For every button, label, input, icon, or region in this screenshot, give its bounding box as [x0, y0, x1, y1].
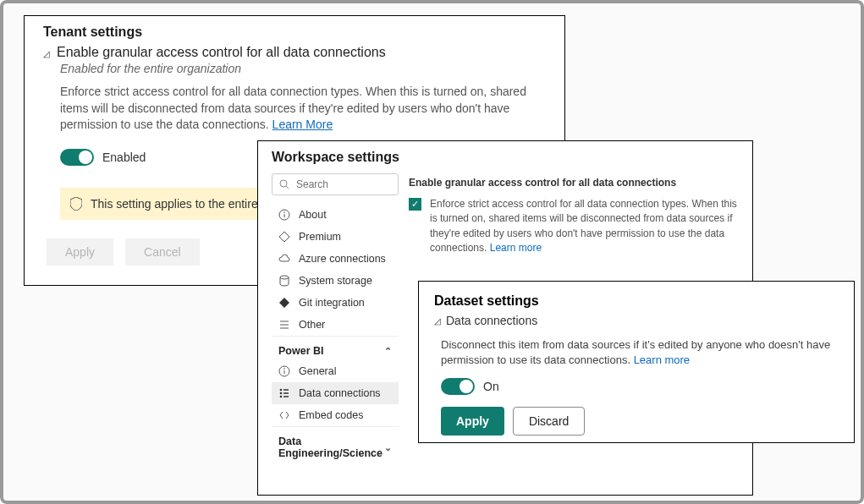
info-icon: [278, 365, 290, 377]
tenant-setting-title: Enable granular access control for all d…: [57, 45, 386, 60]
tenant-status: Enabled for the entire organization: [60, 62, 546, 75]
workspace-content-heading: Enable granular access control for all d…: [409, 177, 739, 189]
svg-point-5: [280, 276, 289, 279]
dataset-on-toggle[interactable]: [441, 378, 475, 395]
svg-point-13: [280, 392, 283, 395]
workspace-desc-text: Enforce strict access control for all da…: [430, 198, 737, 254]
diamond-icon: [278, 231, 290, 243]
sidebar-item-label: Premium: [299, 231, 341, 243]
svg-point-12: [280, 389, 283, 392]
sidebar-item-label: About: [299, 209, 327, 221]
workspace-learn-more-link[interactable]: Learn more: [490, 242, 542, 254]
sidebar-group-label: Data Engineering/Science: [278, 436, 384, 459]
sidebar-item-label: Embed codes: [299, 409, 363, 421]
sidebar-item-embed-codes[interactable]: Embed codes: [272, 404, 399, 426]
sidebar-group-powerbi[interactable]: Power BI ⌃: [272, 336, 399, 360]
tenant-banner-text: This setting applies to the entire org: [91, 197, 278, 211]
dataset-title: Dataset settings: [434, 293, 839, 309]
svg-point-0: [280, 180, 287, 187]
svg-point-14: [280, 396, 283, 398]
collapse-caret-icon[interactable]: ◿: [434, 316, 441, 326]
data-icon: [278, 387, 290, 399]
sidebar-item-label: General: [299, 365, 336, 377]
dataset-learn-more-link[interactable]: Learn more: [634, 353, 690, 366]
sidebar-item-azure[interactable]: Azure connections: [272, 248, 399, 270]
dataset-settings-panel: Dataset settings ◿ Data connections Disc…: [418, 281, 855, 443]
sidebar-item-general[interactable]: General: [272, 360, 399, 382]
svg-point-11: [283, 368, 285, 370]
chevron-down-icon: ⌄: [384, 442, 392, 453]
sidebar-item-other[interactable]: Other: [272, 314, 399, 336]
sidebar-item-premium[interactable]: Premium: [272, 226, 399, 248]
list-icon: [278, 319, 290, 331]
dataset-toggle-label: On: [483, 380, 499, 393]
dataset-discard-button[interactable]: Discard: [513, 407, 585, 436]
sidebar-item-git[interactable]: Git integration: [272, 292, 399, 314]
sidebar-item-label: Data connections: [299, 387, 381, 399]
sidebar-group-data-eng[interactable]: Data Engineering/Science ⌄: [272, 426, 399, 463]
dataset-section-title: Data connections: [446, 314, 537, 327]
chevron-up-icon: ⌃: [384, 346, 392, 357]
sidebar-item-about[interactable]: About: [272, 204, 399, 226]
storage-icon: [278, 275, 290, 287]
sidebar-group-label: Power BI: [278, 345, 324, 357]
svg-line-1: [286, 186, 289, 189]
workspace-title: Workspace settings: [272, 150, 739, 165]
sidebar-item-label: Azure connections: [299, 253, 386, 265]
info-icon: [278, 209, 290, 221]
shield-icon: [70, 197, 82, 211]
sidebar-item-data-connections[interactable]: Data connections: [272, 382, 399, 404]
workspace-search-input[interactable]: [294, 178, 391, 191]
git-icon: [278, 297, 290, 309]
tenant-learn-more-link[interactable]: Learn More: [272, 118, 333, 131]
search-icon: [279, 179, 289, 189]
tenant-apply-button[interactable]: Apply: [47, 238, 113, 266]
sidebar-item-label: Other: [299, 319, 325, 331]
cloud-icon: [278, 253, 290, 265]
sidebar-item-storage[interactable]: System storage: [272, 270, 399, 292]
sidebar-item-label: System storage: [299, 275, 372, 287]
tenant-enabled-toggle[interactable]: [60, 149, 94, 166]
dataset-apply-button[interactable]: Apply: [441, 407, 504, 436]
tenant-cancel-button[interactable]: Cancel: [125, 238, 200, 266]
tenant-description: Enforce strict access control for all da…: [60, 84, 542, 134]
sidebar-item-label: Git integration: [299, 297, 365, 309]
dataset-description: Disconnect this item from data sources i…: [441, 337, 835, 368]
tenant-title: Tenant settings: [43, 25, 546, 40]
workspace-content-description: Enforce strict access control for all da…: [430, 197, 739, 256]
workspace-sidebar: About Premium Azure connections System s…: [272, 173, 399, 463]
workspace-enable-checkbox[interactable]: ✓: [409, 198, 421, 211]
code-icon: [278, 409, 290, 421]
svg-point-4: [283, 211, 285, 213]
workspace-search-box[interactable]: [272, 173, 399, 195]
tenant-toggle-label: Enabled: [102, 151, 146, 164]
collapse-caret-icon[interactable]: ◿: [43, 49, 50, 58]
